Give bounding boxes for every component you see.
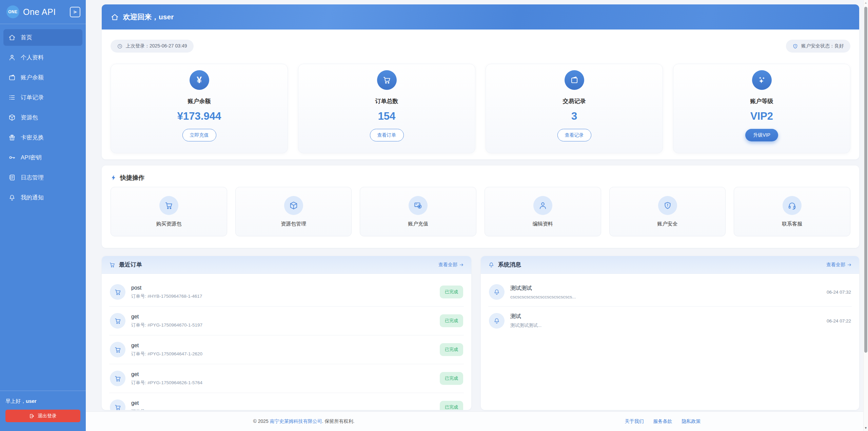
logout-button[interactable]: 退出登录	[5, 410, 80, 422]
user-icon	[533, 196, 552, 215]
orders-list: post 订单号: #HYB-1750964768-1-4617 已完成 ge	[102, 274, 471, 410]
stat-title: 交易记录	[563, 97, 586, 105]
quick-action-label: 资源包管理	[281, 221, 306, 227]
message-row[interactable]: 测试测试 cscscscscscscsccscscscscscs... 06-2…	[488, 278, 852, 307]
scroll-down-arrow[interactable]: ▼	[864, 426, 868, 430]
sidebar-item-notifications[interactable]: 我的通知	[3, 189, 82, 206]
sidebar-item-balance[interactable]: 账户余额	[3, 69, 82, 86]
scroll-up-arrow[interactable]: ▲	[864, 1, 868, 4]
welcome-text: 欢迎回来，user	[123, 12, 174, 22]
order-row[interactable]: get 订单号: #PYG-1750964670-1-5197 已完成	[109, 307, 464, 335]
last-login-text: 上次登录：2025-06-27 03:49	[126, 43, 187, 49]
headset-icon	[783, 196, 802, 215]
view-records-button[interactable]: 查看记录	[557, 129, 591, 141]
stat-card-level: 账户等级 VIP2 升级VIP	[673, 64, 850, 153]
stat-title: 订单总数	[375, 97, 398, 105]
home-banner-icon	[111, 13, 119, 21]
overview-card: 上次登录：2025-06-27 03:49 账户安全状态：良好 ¥ 账户余额 ¥…	[102, 30, 859, 159]
log-icon	[8, 174, 16, 181]
quick-action-label: 编辑资料	[533, 221, 553, 227]
message-preview: 测试测试测试...	[510, 322, 541, 329]
footer-links: 关于我们 服务条款 隐私政策	[625, 418, 701, 425]
main-content: 欢迎回来，user 上次登录：2025-06-27 03:49	[86, 0, 868, 410]
cart-icon	[159, 196, 178, 215]
box-icon	[8, 114, 16, 121]
arrow-right-icon	[459, 262, 464, 267]
stat-value: VIP2	[750, 110, 773, 122]
wallet-icon	[8, 74, 16, 81]
order-row[interactable]: get 订单号: #PYG-1750964603-1-6972 已完成	[109, 393, 464, 410]
cart-icon	[110, 371, 125, 386]
greeting-prefix: 早上好，	[5, 398, 26, 404]
sidebar-item-home[interactable]: 首页	[3, 29, 82, 46]
scrollbar-thumb[interactable]	[864, 7, 867, 353]
quick-action-account-security[interactable]: 账户安全	[609, 187, 726, 236]
bell-icon	[8, 194, 16, 201]
message-row[interactable]: 测试 测试测试测试... 06-24 07:22	[488, 307, 852, 335]
sidebar-item-label: 首页	[21, 34, 32, 41]
sidebar-collapse-button[interactable]	[70, 7, 80, 17]
sidebar-item-label: 个人资料	[21, 54, 44, 61]
quick-action-recharge[interactable]: 账户充值	[360, 187, 476, 236]
order-row[interactable]: post 订单号: #HYB-1750964768-1-4617 已完成	[109, 278, 464, 307]
message-time: 06-24 07:22	[827, 318, 851, 324]
orders-view-all-link[interactable]: 查看全部	[438, 262, 464, 268]
greeting: 早上好，user	[5, 398, 80, 405]
view-all-label: 查看全部	[826, 262, 845, 268]
recharge-button[interactable]: 立即充值	[182, 129, 216, 141]
vertical-scrollbar[interactable]: ▲ ▼	[863, 0, 868, 431]
sidebar-item-logs[interactable]: 日志管理	[3, 169, 82, 186]
arrow-right-icon	[847, 262, 852, 267]
main-area: 欢迎回来，user 上次登录：2025-06-27 03:49	[86, 0, 868, 431]
sidebar-item-label: 卡密兑换	[21, 134, 44, 141]
quick-action-manage-packages[interactable]: 资源包管理	[235, 187, 352, 236]
app-name: One API	[23, 7, 56, 17]
footer-link-terms[interactable]: 服务条款	[653, 418, 672, 425]
shield-icon	[658, 196, 677, 215]
stat-value: 154	[378, 110, 396, 122]
cart-icon	[377, 70, 397, 90]
copyright-suffix: . 保留所有权利.	[322, 418, 355, 424]
sidebar-item-label: 订单记录	[21, 94, 44, 101]
company-link[interactable]: 南宁史莱姆科技有限公司	[270, 418, 322, 424]
order-row[interactable]: get 订单号: #PYG-1750964647-1-2620 已完成	[109, 335, 464, 364]
bell-icon	[489, 313, 505, 329]
copyright-prefix: © 2025	[253, 418, 270, 424]
sidebar-item-profile[interactable]: 个人资料	[3, 49, 82, 66]
sidebar-item-orders[interactable]: 订单记录	[3, 89, 82, 106]
upgrade-vip-button[interactable]: 升级VIP	[745, 129, 778, 141]
order-status-badge: 已完成	[440, 343, 463, 356]
stat-title: 账户等级	[750, 97, 773, 105]
sidebar-item-redeem[interactable]: 卡密兑换	[3, 129, 82, 146]
quick-action-contact-support[interactable]: 联系客服	[734, 187, 850, 236]
quick-action-buy-package[interactable]: 购买资源包	[111, 187, 227, 236]
order-status-badge: 已完成	[440, 314, 463, 327]
cart-icon	[110, 284, 125, 300]
stat-card-transactions: 交易记录 3 查看记录	[486, 64, 663, 153]
clock-icon	[117, 43, 123, 49]
messages-view-all-link[interactable]: 查看全部	[826, 262, 852, 268]
messages-panel-title: 系统消息	[498, 261, 521, 269]
sidebar-item-api-keys[interactable]: API密钥	[3, 149, 82, 166]
user-icon	[8, 54, 16, 61]
panels-row: 最近订单 查看全部	[102, 256, 859, 410]
sidebar: ONE One API 首页 个人资料	[0, 0, 86, 431]
order-number: 订单号: #PYG-1750964647-1-2620	[131, 351, 202, 357]
sidebar-item-label: 日志管理	[21, 174, 44, 181]
quick-action-label: 账户安全	[657, 221, 678, 227]
sidebar-item-packages[interactable]: 资源包	[3, 109, 82, 126]
order-status-badge: 已完成	[440, 401, 463, 410]
footer: © 2025 南宁史莱姆科技有限公司. 保留所有权利. 关于我们 服务条款 隐私…	[86, 411, 868, 431]
view-all-label: 查看全部	[438, 262, 457, 268]
footer-link-about[interactable]: 关于我们	[625, 418, 644, 425]
recent-orders-panel: 最近订单 查看全部	[102, 256, 471, 410]
view-orders-button[interactable]: 查看订单	[370, 129, 404, 141]
lightning-icon	[111, 175, 117, 181]
quick-action-edit-profile[interactable]: 编辑资料	[485, 187, 601, 236]
logo-row: ONE One API	[0, 0, 86, 24]
sidebar-item-label: API密钥	[21, 154, 41, 161]
message-preview: cscscscscscscsccscscscscscs...	[510, 294, 576, 299]
footer-link-privacy[interactable]: 隐私政策	[682, 418, 701, 425]
order-row[interactable]: get 订单号: #PYG-1750964626-1-5764 已完成	[109, 364, 464, 393]
cart-icon	[110, 342, 125, 357]
